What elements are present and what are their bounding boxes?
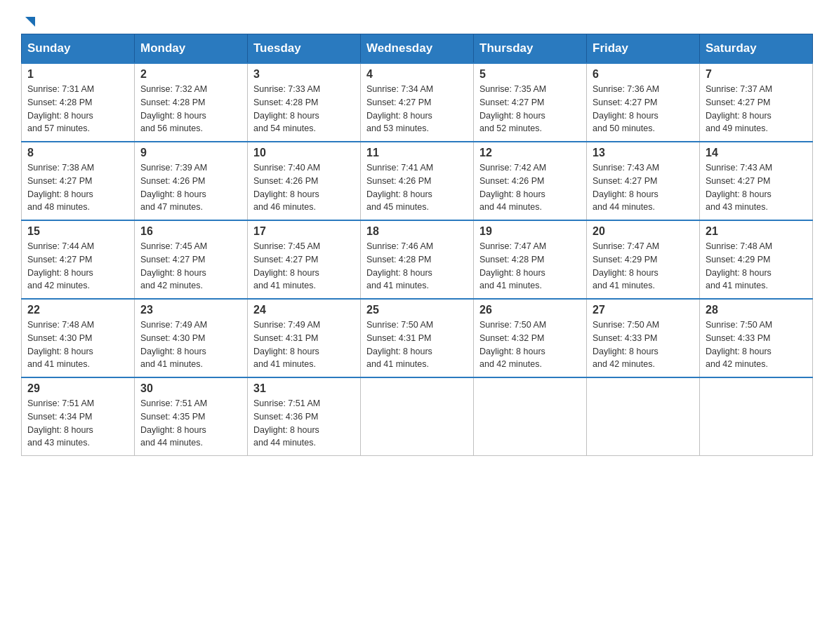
day-number: 9: [140, 147, 241, 159]
day-info: Sunrise: 7:51 AMSunset: 4:36 PMDaylight:…: [253, 398, 320, 448]
calendar-cell: 11 Sunrise: 7:41 AMSunset: 4:26 PMDaylig…: [361, 142, 474, 220]
day-info: Sunrise: 7:51 AMSunset: 4:35 PMDaylight:…: [140, 398, 207, 448]
day-info: Sunrise: 7:43 AMSunset: 4:27 PMDaylight:…: [706, 163, 772, 212]
day-info: Sunrise: 7:48 AMSunset: 4:29 PMDaylight:…: [706, 241, 772, 290]
calendar-cell: 15 Sunrise: 7:44 AMSunset: 4:27 PMDaylig…: [22, 220, 135, 299]
calendar-cell: 24 Sunrise: 7:49 AMSunset: 4:31 PMDaylig…: [248, 299, 361, 377]
day-number: 3: [253, 68, 355, 81]
day-info: Sunrise: 7:47 AMSunset: 4:29 PMDaylight:…: [593, 241, 659, 290]
calendar-cell: 16 Sunrise: 7:45 AMSunset: 4:27 PMDaylig…: [135, 220, 248, 299]
day-number: 11: [366, 147, 468, 159]
day-header-tuesday: Tuesday: [248, 34, 361, 64]
calendar-cell: 4 Sunrise: 7:34 AMSunset: 4:27 PMDayligh…: [361, 63, 474, 142]
day-number: 5: [479, 68, 581, 81]
calendar-cell: 27 Sunrise: 7:50 AMSunset: 4:33 PMDaylig…: [587, 299, 700, 377]
day-info: Sunrise: 7:35 AMSunset: 4:27 PMDaylight:…: [479, 84, 546, 133]
calendar-cell: [474, 377, 587, 456]
week-row-4: 22 Sunrise: 7:48 AMSunset: 4:30 PMDaylig…: [22, 299, 813, 377]
page-header: [21, 14, 813, 27]
calendar-cell: 2 Sunrise: 7:32 AMSunset: 4:28 PMDayligh…: [135, 63, 248, 142]
logo-icon: [22, 14, 38, 29]
day-number: 18: [366, 225, 468, 238]
day-info: Sunrise: 7:45 AMSunset: 4:27 PMDaylight:…: [253, 241, 320, 290]
calendar-cell: 21 Sunrise: 7:48 AMSunset: 4:29 PMDaylig…: [700, 220, 813, 299]
day-info: Sunrise: 7:43 AMSunset: 4:27 PMDaylight:…: [593, 163, 659, 212]
day-info: Sunrise: 7:50 AMSunset: 4:32 PMDaylight:…: [479, 320, 546, 369]
day-number: 20: [593, 225, 694, 238]
calendar-cell: 3 Sunrise: 7:33 AMSunset: 4:28 PMDayligh…: [248, 63, 361, 142]
day-info: Sunrise: 7:37 AMSunset: 4:27 PMDaylight:…: [706, 84, 772, 133]
calendar-cell: [587, 377, 700, 456]
day-number: 31: [253, 382, 355, 395]
calendar-cell: 22 Sunrise: 7:48 AMSunset: 4:30 PMDaylig…: [22, 299, 135, 377]
week-row-5: 29 Sunrise: 7:51 AMSunset: 4:34 PMDaylig…: [22, 377, 813, 456]
calendar-cell: 14 Sunrise: 7:43 AMSunset: 4:27 PMDaylig…: [700, 142, 813, 220]
day-number: 8: [27, 147, 128, 159]
calendar-cell: 23 Sunrise: 7:49 AMSunset: 4:30 PMDaylig…: [135, 299, 248, 377]
day-header-thursday: Thursday: [474, 34, 587, 64]
day-number: 19: [479, 225, 581, 238]
calendar-cell: 18 Sunrise: 7:46 AMSunset: 4:28 PMDaylig…: [361, 220, 474, 299]
calendar-cell: 8 Sunrise: 7:38 AMSunset: 4:27 PMDayligh…: [22, 142, 135, 220]
calendar-cell: 17 Sunrise: 7:45 AMSunset: 4:27 PMDaylig…: [248, 220, 361, 299]
day-header-monday: Monday: [135, 34, 248, 64]
calendar-cell: 5 Sunrise: 7:35 AMSunset: 4:27 PMDayligh…: [474, 63, 587, 142]
day-header-wednesday: Wednesday: [361, 34, 474, 64]
day-info: Sunrise: 7:36 AMSunset: 4:27 PMDaylight:…: [593, 84, 659, 133]
calendar-cell: 10 Sunrise: 7:40 AMSunset: 4:26 PMDaylig…: [248, 142, 361, 220]
calendar-cell: 28 Sunrise: 7:50 AMSunset: 4:33 PMDaylig…: [700, 299, 813, 377]
calendar-cell: 9 Sunrise: 7:39 AMSunset: 4:26 PMDayligh…: [135, 142, 248, 220]
day-info: Sunrise: 7:31 AMSunset: 4:28 PMDaylight:…: [27, 84, 94, 133]
day-info: Sunrise: 7:42 AMSunset: 4:26 PMDaylight:…: [479, 163, 546, 212]
day-header-sunday: Sunday: [22, 34, 135, 64]
calendar-cell: 6 Sunrise: 7:36 AMSunset: 4:27 PMDayligh…: [587, 63, 700, 142]
day-number: 23: [140, 304, 241, 316]
day-number: 26: [479, 304, 581, 316]
calendar-cell: 26 Sunrise: 7:50 AMSunset: 4:32 PMDaylig…: [474, 299, 587, 377]
day-number: 7: [706, 68, 807, 81]
day-number: 13: [593, 147, 694, 159]
day-info: Sunrise: 7:41 AMSunset: 4:26 PMDaylight:…: [366, 163, 433, 212]
calendar-cell: [361, 377, 474, 456]
calendar-cell: 7 Sunrise: 7:37 AMSunset: 4:27 PMDayligh…: [700, 63, 813, 142]
calendar-cell: 31 Sunrise: 7:51 AMSunset: 4:36 PMDaylig…: [248, 377, 361, 456]
calendar-cell: 13 Sunrise: 7:43 AMSunset: 4:27 PMDaylig…: [587, 142, 700, 220]
day-number: 6: [593, 68, 694, 81]
calendar-cell: 20 Sunrise: 7:47 AMSunset: 4:29 PMDaylig…: [587, 220, 700, 299]
day-info: Sunrise: 7:34 AMSunset: 4:27 PMDaylight:…: [366, 84, 433, 133]
day-info: Sunrise: 7:45 AMSunset: 4:27 PMDaylight:…: [140, 241, 207, 290]
day-info: Sunrise: 7:32 AMSunset: 4:28 PMDaylight:…: [140, 84, 207, 133]
day-info: Sunrise: 7:44 AMSunset: 4:27 PMDaylight:…: [27, 241, 94, 290]
day-number: 25: [366, 304, 468, 316]
day-info: Sunrise: 7:50 AMSunset: 4:33 PMDaylight:…: [706, 320, 772, 369]
day-number: 22: [27, 304, 128, 316]
day-info: Sunrise: 7:50 AMSunset: 4:31 PMDaylight:…: [366, 320, 433, 369]
day-number: 21: [706, 225, 807, 238]
day-header-saturday: Saturday: [700, 34, 813, 64]
day-number: 2: [140, 68, 241, 81]
day-info: Sunrise: 7:51 AMSunset: 4:34 PMDaylight:…: [27, 398, 94, 448]
day-info: Sunrise: 7:38 AMSunset: 4:27 PMDaylight:…: [27, 163, 94, 212]
day-info: Sunrise: 7:33 AMSunset: 4:28 PMDaylight:…: [253, 84, 320, 133]
day-number: 12: [479, 147, 581, 159]
day-info: Sunrise: 7:50 AMSunset: 4:33 PMDaylight:…: [593, 320, 659, 369]
day-number: 29: [27, 382, 128, 395]
day-number: 28: [706, 304, 807, 316]
calendar-cell: 19 Sunrise: 7:47 AMSunset: 4:28 PMDaylig…: [474, 220, 587, 299]
calendar-table: SundayMondayTuesdayWednesdayThursdayFrid…: [21, 34, 813, 456]
week-row-1: 1 Sunrise: 7:31 AMSunset: 4:28 PMDayligh…: [22, 63, 813, 142]
svg-marker-0: [25, 17, 35, 27]
day-number: 4: [366, 68, 468, 81]
day-number: 24: [253, 304, 355, 316]
calendar-header-row: SundayMondayTuesdayWednesdayThursdayFrid…: [22, 34, 813, 64]
calendar-cell: 25 Sunrise: 7:50 AMSunset: 4:31 PMDaylig…: [361, 299, 474, 377]
day-info: Sunrise: 7:40 AMSunset: 4:26 PMDaylight:…: [253, 163, 320, 212]
day-info: Sunrise: 7:47 AMSunset: 4:28 PMDaylight:…: [479, 241, 546, 290]
day-info: Sunrise: 7:49 AMSunset: 4:30 PMDaylight:…: [140, 320, 207, 369]
day-header-friday: Friday: [587, 34, 700, 64]
day-info: Sunrise: 7:49 AMSunset: 4:31 PMDaylight:…: [253, 320, 320, 369]
calendar-cell: [700, 377, 813, 456]
day-info: Sunrise: 7:48 AMSunset: 4:30 PMDaylight:…: [27, 320, 94, 369]
day-number: 27: [593, 304, 694, 316]
day-info: Sunrise: 7:39 AMSunset: 4:26 PMDaylight:…: [140, 163, 207, 212]
